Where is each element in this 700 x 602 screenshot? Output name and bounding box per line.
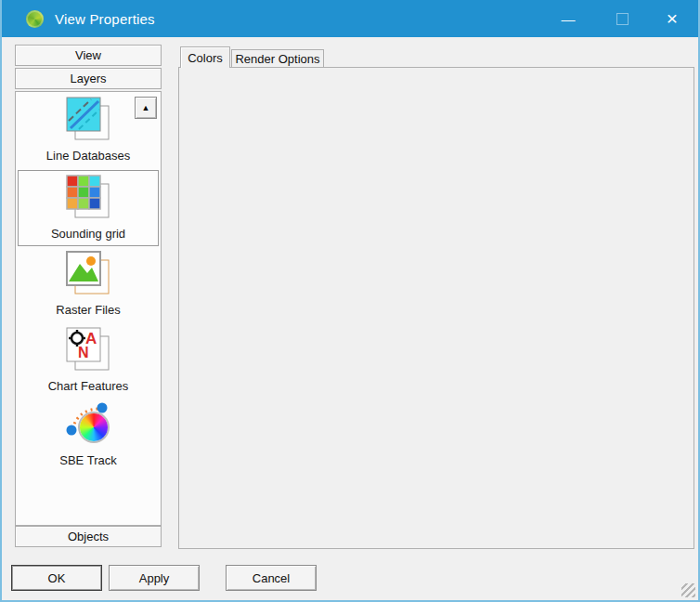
sidebar-item-line-databases[interactable]: Line Databases — [16, 97, 161, 163]
title-bar: View Properties — × — [0, 0, 700, 37]
colors-tab-page — [178, 67, 694, 549]
sidebar-item-raster-files[interactable]: Raster Files — [16, 251, 161, 317]
sidebar-item-label: Chart Features — [16, 379, 161, 393]
chart-features-icon: A N — [66, 327, 110, 375]
minimize-button[interactable]: — — [548, 0, 589, 37]
window-title: View Properties — [55, 11, 155, 27]
line-databases-icon — [66, 97, 110, 145]
svg-text:N: N — [78, 345, 89, 360]
sbe-track-icon — [65, 401, 111, 446]
sidebar-item-label: Sounding grid — [16, 227, 161, 241]
resize-grip[interactable] — [681, 583, 695, 597]
sidebar-item-sounding-grid[interactable]: Sounding grid — [16, 175, 161, 241]
sidebar-item-label: Raster Files — [16, 303, 161, 317]
close-button[interactable]: × — [652, 0, 693, 37]
sounding-grid-icon — [66, 175, 110, 223]
maximize-icon — [616, 13, 629, 25]
sidebar-item-chart-features[interactable]: A N Chart Features — [16, 327, 161, 393]
cancel-button[interactable]: Cancel — [226, 565, 317, 591]
apply-button[interactable]: Apply — [109, 565, 200, 591]
ok-button[interactable]: OK — [11, 565, 102, 591]
sidebar-item-view[interactable]: View — [15, 45, 162, 66]
app-icon — [26, 10, 44, 28]
sidebar-item-label: SBE Track — [16, 453, 161, 467]
sidebar-item-objects[interactable]: Objects — [15, 526, 162, 547]
maximize-button[interactable] — [602, 0, 642, 37]
sidebar-item-label: Line Databases — [16, 149, 161, 163]
raster-files-icon — [66, 251, 110, 299]
tab-colors[interactable]: Colors — [180, 46, 230, 68]
sidebar-item-layers[interactable]: Layers — [15, 68, 162, 89]
view-properties-dialog: View Properties — × View Layers ▲ Line D… — [0, 0, 700, 602]
sidebar-item-sbe-track[interactable]: SBE Track — [16, 401, 161, 467]
tab-render-options[interactable]: Render Options — [231, 49, 324, 68]
layers-panel: ▲ Line Databases — [15, 91, 162, 526]
